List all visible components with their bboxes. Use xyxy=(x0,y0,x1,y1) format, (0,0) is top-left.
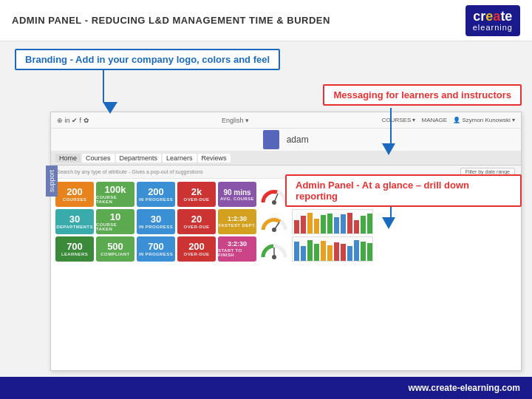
callout-branding: Branding - Add in your company logo, col… xyxy=(15,49,280,70)
tile-overdue-1: 2k OVER-DUE xyxy=(177,182,216,207)
svg-rect-20 xyxy=(321,215,326,233)
mock-nav-right: COURSES ▾ MANAGE 👤 Szymon Kunowski ▾ xyxy=(382,117,515,123)
mock-topbar: ⊕ in ✔ f ✿ English ▾ COURSES ▾ MANAGE 👤 … xyxy=(51,112,521,129)
svg-rect-30 xyxy=(294,242,299,261)
bar-chart-3 xyxy=(292,236,373,262)
svg-rect-34 xyxy=(321,241,326,261)
svg-rect-23 xyxy=(341,214,346,233)
svg-rect-18 xyxy=(307,213,313,233)
tile-compliant: 500 COMPLIANT xyxy=(96,236,134,262)
tile-courses: 200 COURSES xyxy=(55,182,94,207)
page-title: ADMIN PANEL - REDUCING L&D MANAGEMENT TI… xyxy=(12,15,330,26)
svg-rect-17 xyxy=(301,216,306,233)
svg-rect-26 xyxy=(361,216,366,233)
mock-menu-reviews[interactable]: Reviews xyxy=(198,154,231,163)
svg-rect-16 xyxy=(294,220,299,233)
svg-rect-36 xyxy=(334,242,339,261)
screen-mockup: ⊕ in ✔ f ✿ English ▾ COURSES ▾ MANAGE 👤 … xyxy=(50,112,522,371)
arrow-admin-head xyxy=(382,217,395,229)
svg-rect-19 xyxy=(314,219,319,233)
tile-learners: 700 LEARNERS xyxy=(55,236,94,262)
arrow-branding-head xyxy=(103,102,117,114)
arrow-msg-head xyxy=(382,143,395,155)
svg-rect-24 xyxy=(347,213,352,233)
callout-messaging: Messaging for learners and instructors xyxy=(323,84,522,106)
svg-rect-39 xyxy=(354,240,359,261)
tile-overdue-2: 20 OVER-DUE xyxy=(177,209,216,234)
mock-username: adam xyxy=(51,129,521,151)
logo-create-text: create xyxy=(473,10,513,23)
tile-in-progress-1: 200 IN PROGRESS xyxy=(137,182,175,207)
mock-menu-learners[interactable]: Learners xyxy=(163,154,197,163)
gauge-chart-2 xyxy=(259,209,290,234)
arrow-branding-line xyxy=(103,65,104,102)
svg-rect-33 xyxy=(314,244,319,261)
side-support-tab[interactable]: support xyxy=(46,166,58,197)
gauge-chart-3 xyxy=(259,236,290,262)
svg-rect-21 xyxy=(327,214,332,233)
mock-search-hint: Search by any type of attribute - Gives … xyxy=(57,169,203,174)
mock-language: English ▾ xyxy=(222,117,249,124)
tile-avg-course: 90 mins AVG. COURSE xyxy=(218,182,256,207)
mock-stats-row2: 30 DEPARTMENTS 10 COURSE TAKEN 30 IN PRO… xyxy=(55,209,516,234)
company-logo: create elearning xyxy=(466,5,520,36)
svg-line-1 xyxy=(274,194,278,202)
tile-departments: 30 DEPARTMENTS xyxy=(55,209,94,234)
tile-fastest-dept: 1:2:30 FASTEST DEPT. xyxy=(218,209,256,234)
tile-start-to-finish: 3:2:30 START TO FINISH xyxy=(218,236,256,262)
main-area: Branding - Add in your company logo, col… xyxy=(0,41,532,377)
callout-admin: Admin Panel - At a glance – drill down r… xyxy=(285,174,522,207)
svg-rect-41 xyxy=(367,243,372,261)
mock-social-icons: ⊕ in ✔ f ✿ xyxy=(57,117,89,124)
logo-elearning-text: elearning xyxy=(473,23,513,32)
arrow-msg-line xyxy=(390,108,392,145)
mock-menu-courses[interactable]: Courses xyxy=(82,154,115,163)
svg-rect-22 xyxy=(334,217,339,233)
svg-rect-40 xyxy=(361,242,366,261)
svg-rect-31 xyxy=(301,246,306,261)
svg-line-15 xyxy=(274,222,279,230)
mock-menu-home[interactable]: Home xyxy=(55,154,81,163)
svg-rect-32 xyxy=(307,240,313,261)
svg-rect-38 xyxy=(347,246,352,261)
bar-chart-2 xyxy=(292,209,373,234)
tile-course-taken-1: 100k COURSE TAKEN xyxy=(96,182,134,207)
footer-url: www.create-elearning.com xyxy=(408,383,520,393)
footer: www.create-elearning.com xyxy=(0,377,532,399)
tile-in-progress-2: 30 IN PROGRESS xyxy=(137,209,175,234)
tile-in-progress-3: 700 IN PROGRESS xyxy=(137,236,175,262)
svg-rect-37 xyxy=(341,244,346,261)
header: ADMIN PANEL - REDUCING L&D MANAGEMENT TI… xyxy=(0,0,532,41)
tile-overdue-3: 200 OVER-DUE xyxy=(177,236,216,262)
mock-menu-departments[interactable]: Departments xyxy=(116,154,162,163)
svg-rect-27 xyxy=(367,214,372,233)
svg-rect-25 xyxy=(354,220,359,233)
svg-rect-35 xyxy=(327,245,332,261)
mock-menu: Home Courses Departments Learners Review… xyxy=(51,151,521,166)
tile-course-taken-2: 10 COURSE TAKEN xyxy=(96,209,134,234)
mock-stats-row3: 700 LEARNERS 500 COMPLIANT 700 IN PROGRE… xyxy=(55,236,516,262)
